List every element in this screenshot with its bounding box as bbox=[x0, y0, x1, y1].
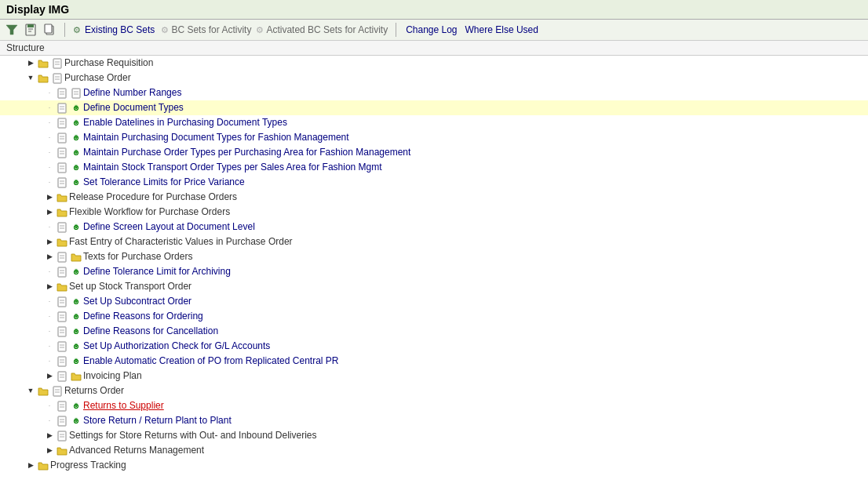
expand-icon[interactable]: ▶ bbox=[25, 461, 36, 471]
tree-row[interactable]: ▶ Fast Entry of Characteristic Values in… bbox=[0, 234, 868, 249]
folder-icon bbox=[37, 386, 49, 397]
tree-row[interactable]: ▶ Invoicing Plan bbox=[0, 369, 868, 383]
page-icon bbox=[56, 311, 68, 322]
tree-row[interactable]: · Define Reasons for Cancellation bbox=[0, 324, 868, 339]
tree-item-label[interactable]: Define Document Types bbox=[83, 101, 184, 114]
expand-icon[interactable]: ▶ bbox=[44, 372, 55, 381]
tree-row[interactable]: · Returns to Supplier bbox=[0, 398, 868, 413]
existing-bc-sets-icon: ⚙ bbox=[73, 25, 81, 35]
tree-row[interactable]: · Maintain Purchase Order Types per Purc… bbox=[0, 145, 868, 160]
tree-row[interactable]: · Enable Datelines in Purchasing Documen… bbox=[0, 115, 868, 130]
tree-item-label[interactable]: Returns to Supplier bbox=[83, 399, 164, 412]
tree-row[interactable]: ▶ Purchase Requisition bbox=[0, 56, 868, 71]
copy-icon[interactable] bbox=[42, 23, 57, 37]
expand-icon[interactable]: ▶ bbox=[44, 446, 55, 456]
activated-bc-sets-icon: ⚙ bbox=[256, 25, 264, 35]
expand-icon: · bbox=[44, 148, 55, 158]
expand-icon[interactable]: ▼ bbox=[25, 74, 36, 83]
page-icon bbox=[56, 296, 68, 307]
tree-row[interactable]: ▼ Returns Order bbox=[0, 383, 868, 398]
tree-row[interactable]: ▶ Release Procedure for Purchase Orders bbox=[0, 190, 868, 205]
expand-icon[interactable]: ▶ bbox=[44, 431, 55, 441]
gear-icon bbox=[70, 147, 82, 158]
tree-row[interactable]: ▼ Purchase Order bbox=[0, 71, 868, 85]
tree-row[interactable]: ▶ Advanced Returns Management bbox=[0, 443, 868, 458]
page-icon bbox=[70, 88, 82, 99]
expand-icon[interactable]: ▼ bbox=[25, 387, 36, 396]
page-icon bbox=[56, 267, 68, 278]
tree-item-label[interactable]: Define Tolerance Limit for Archiving bbox=[83, 265, 231, 278]
tree-item-label[interactable]: Maintain Purchase Order Types per Purcha… bbox=[83, 146, 410, 159]
svg-rect-4 bbox=[27, 24, 34, 27]
svg-rect-13 bbox=[58, 89, 66, 98]
gear-icon bbox=[70, 118, 82, 129]
gear-icon bbox=[70, 103, 82, 114]
tree-row[interactable]: · Maintain Purchasing Document Types for… bbox=[0, 130, 868, 145]
tree-row[interactable]: · Set Up Authorization Check for G/L Acc… bbox=[0, 339, 868, 354]
page-icon bbox=[56, 356, 68, 367]
expand-icon: · bbox=[44, 416, 55, 426]
expand-icon[interactable]: ▶ bbox=[25, 59, 36, 68]
expand-icon: · bbox=[44, 297, 55, 307]
tree-item-label[interactable]: Define Number Ranges bbox=[83, 86, 181, 100]
tree-item-label[interactable]: Define Reasons for Ordering bbox=[83, 310, 203, 323]
tree-row[interactable]: · Define Number Ranges bbox=[0, 85, 868, 100]
tree-item-label[interactable]: Store Return / Return Plant to Plant bbox=[83, 414, 232, 427]
svg-rect-34 bbox=[58, 148, 66, 158]
gear-icon bbox=[70, 267, 82, 278]
expand-icon: · bbox=[44, 118, 55, 128]
tree-row[interactable]: · Set Tolerance Limits for Price Varianc… bbox=[0, 175, 868, 190]
existing-bc-sets-link[interactable]: Existing BC Sets bbox=[83, 24, 156, 35]
svg-rect-19 bbox=[58, 104, 66, 113]
svg-rect-49 bbox=[58, 223, 66, 232]
tree-item-label[interactable]: Maintain Stock Transport Order Types per… bbox=[83, 161, 382, 174]
expand-icon[interactable]: ▶ bbox=[44, 282, 55, 292]
tree-item-label: Release Procedure for Purchase Orders bbox=[69, 191, 237, 204]
gear-icon bbox=[70, 326, 82, 337]
tree-row[interactable]: · Define Screen Layout at Document Level bbox=[0, 220, 868, 234]
page-icon bbox=[51, 73, 64, 84]
expand-icon[interactable]: ▶ bbox=[44, 208, 55, 217]
tree-row[interactable]: ▶ Texts for Purchase Orders bbox=[0, 249, 868, 264]
tree-item-label[interactable]: Define Screen Layout at Document Level bbox=[83, 220, 255, 234]
bc-sets-activity-label: BC Sets for Activity bbox=[171, 24, 251, 35]
page-icon bbox=[56, 222, 68, 233]
tree-row[interactable]: ▶ Set up Stock Transport Order bbox=[0, 279, 868, 294]
tree-item-label[interactable]: Set Up Subcontract Order bbox=[83, 295, 191, 308]
change-log-link[interactable]: Change Log bbox=[404, 24, 458, 35]
tree-item-label[interactable]: Set Up Authorization Check for G/L Accou… bbox=[83, 340, 270, 353]
gear-icon bbox=[70, 356, 82, 367]
expand-icon: · bbox=[44, 357, 55, 366]
tree-row[interactable]: ▶ Progress Tracking bbox=[0, 458, 868, 473]
tree-item-label: Purchase Requisition bbox=[64, 56, 153, 70]
tree-row[interactable]: · Store Return / Return Plant to Plant bbox=[0, 413, 868, 428]
tree-item-label: Progress Tracking bbox=[50, 459, 126, 472]
gear-icon bbox=[70, 341, 82, 352]
tree-item-label: Settings for Store Returns with Out- and… bbox=[69, 429, 317, 442]
tree-row[interactable]: · Define Document Types bbox=[0, 100, 868, 115]
tree-row[interactable]: · Maintain Stock Transport Order Types p… bbox=[0, 160, 868, 175]
where-else-used-link[interactable]: Where Else Used bbox=[464, 24, 540, 35]
expand-icon[interactable]: ▶ bbox=[44, 238, 55, 247]
gear-icon bbox=[70, 311, 82, 322]
tree-row[interactable]: · Define Tolerance Limit for Archiving bbox=[0, 264, 868, 279]
tree-row[interactable]: ▶ Settings for Store Returns with Out- a… bbox=[0, 428, 868, 443]
tree-item-label[interactable]: Enable Datelines in Purchasing Document … bbox=[83, 116, 287, 129]
tree-item-label: Purchase Order bbox=[64, 71, 131, 85]
expand-icon[interactable]: ▶ bbox=[44, 253, 55, 262]
tree-item-label[interactable]: Maintain Purchasing Document Types for F… bbox=[83, 131, 349, 144]
tree-row[interactable]: · Enable Automatic Creation of PO from R… bbox=[0, 354, 868, 369]
filter-icon[interactable] bbox=[5, 23, 19, 37]
bookmark-icon[interactable] bbox=[24, 23, 38, 37]
activated-bc-sets-label: Activated BC Sets for Activity bbox=[266, 24, 388, 35]
svg-rect-57 bbox=[58, 267, 66, 277]
tree-row[interactable]: · Set Up Subcontract Order bbox=[0, 294, 868, 309]
tree-item-label: Set up Stock Transport Order bbox=[69, 280, 191, 293]
toolbar-separator-1 bbox=[64, 23, 65, 37]
tree-item-label[interactable]: Enable Automatic Creation of PO from Rep… bbox=[83, 354, 339, 368]
tree-row[interactable]: · Define Reasons for Ordering bbox=[0, 309, 868, 324]
expand-icon[interactable]: ▶ bbox=[44, 193, 55, 202]
tree-item-label[interactable]: Define Reasons for Cancellation bbox=[83, 325, 218, 338]
tree-item-label[interactable]: Set Tolerance Limits for Price Variance bbox=[83, 176, 245, 189]
tree-row[interactable]: ▶ Flexible Workflow for Purchase Orders bbox=[0, 205, 868, 220]
